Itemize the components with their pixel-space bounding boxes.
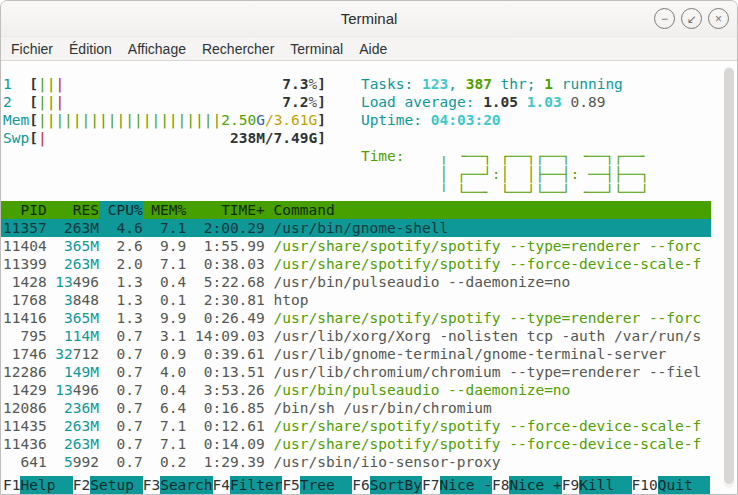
command-cell: /usr/share/spotify/spotify --force-devic… [274, 435, 711, 453]
fn-key-label: F3 [143, 476, 160, 494]
column-header-res[interactable]: RES [55, 201, 99, 219]
command-cell: /usr/sbin/iio-sensor-proxy [274, 453, 711, 471]
cell-gap [143, 273, 152, 291]
column-header-pid[interactable]: PID [3, 201, 47, 219]
info-segment: 1.05 [483, 94, 518, 110]
res-cell: 5992 [55, 453, 99, 471]
fn-quit[interactable]: F10Quit [632, 476, 711, 494]
terminal-content[interactable]: 1[|||7.3%]2[|||7.2%]Mem[||||||||||||||||… [1, 61, 737, 494]
fn-help[interactable]: F1Help [3, 476, 73, 494]
fn-tree[interactable]: F5Tree [282, 476, 352, 494]
process-row-12086[interactable]: 12086 236M 0.7 6.4 0:16.85 /bin/sh /usr/… [1, 399, 711, 417]
res-kilobytes: 712 [73, 346, 99, 362]
time-cell: 0:14.09 [195, 435, 265, 453]
fn-search[interactable]: F3Search [143, 476, 213, 494]
cell-gap [186, 363, 195, 381]
cell-gap [186, 399, 195, 417]
meter-bracket-close: ] [317, 75, 326, 93]
cell-gap [265, 327, 274, 345]
pid-cell: 641 [3, 453, 47, 471]
cell-gap [47, 417, 56, 435]
menu-item-rechercher[interactable]: Rechercher [194, 39, 282, 59]
menu-item-fichier[interactable]: Fichier [3, 39, 61, 59]
restore-icon: ↙ [686, 13, 696, 25]
meter-bracket-close: ] [317, 129, 326, 147]
fn-setup[interactable]: F2Setup [73, 476, 143, 494]
cell-gap [186, 255, 195, 273]
spacer-line [361, 129, 711, 147]
cell-gap [99, 273, 108, 291]
process-row-11435[interactable]: 11435 263M 0.7 7.1 0:12.61 /usr/share/sp… [1, 417, 711, 435]
header-gap [143, 201, 152, 219]
time-cell: 2:30.81 [195, 291, 265, 309]
fn-key-label: F1 [3, 476, 20, 494]
process-row-11357[interactable]: 11357 263M 4.6 7.1 2:00.29 /usr/bin/gnom… [1, 219, 711, 237]
info-segment: 123 [422, 76, 448, 92]
column-header-cpu[interactable]: CPU% [108, 201, 143, 219]
mem-cell: 0.9 [151, 345, 186, 363]
time-cell: 0:13.51 [195, 363, 265, 381]
meter-fill [64, 75, 282, 93]
column-header-mem[interactable]: MEM% [151, 201, 186, 219]
cpu-cell: 0.7 [108, 453, 143, 471]
process-row-12286[interactable]: 12286 149M 0.7 4.0 0:13.51 /usr/lib/chro… [1, 363, 711, 381]
fn-nice[interactable]: F7Nice - [422, 476, 492, 494]
cell-gap [47, 345, 56, 363]
time-cell: 1:29.39 [195, 453, 265, 471]
cell-gap [186, 273, 195, 291]
process-row-1768[interactable]: 1768 3848 1.3 0.1 2:30.81 htop [1, 291, 711, 309]
pid-cell: 12086 [3, 399, 47, 417]
cell-gap [143, 399, 152, 417]
process-row-641[interactable]: 641 5992 0.7 0.2 1:29.39 /usr/sbin/iio-s… [1, 453, 711, 471]
process-row-795[interactable]: 795 114M 0.7 3.1 14:09.03 /usr/lib/xorg/… [1, 327, 711, 345]
fn-kill[interactable]: F9Kill [562, 476, 632, 494]
process-row-1428[interactable]: 1428 13496 1.3 0.4 5:22.68 /usr/bin/puls… [1, 273, 711, 291]
process-row-1429[interactable]: 1429 13496 0.7 0.4 3:53.26 /usr/bin/puls… [1, 381, 711, 399]
column-header-cmd[interactable]: Command [274, 201, 711, 219]
close-button[interactable]: × [708, 8, 729, 29]
menu-item-affichage[interactable]: Affichage [120, 39, 194, 59]
pid-cell: 1429 [3, 381, 47, 399]
menu-item-dition[interactable]: Édition [61, 39, 120, 59]
cell-gap [143, 237, 152, 255]
cpu-cell: 0.7 [108, 399, 143, 417]
info-segment: 387 [466, 76, 492, 92]
cell-gap [143, 291, 152, 309]
cell-gap [47, 453, 56, 471]
fn-sortby[interactable]: F6SortBy [352, 476, 422, 494]
command-cell: /bin/sh /usr/bin/chromium [274, 399, 711, 417]
title-bar[interactable]: Terminal −↙× [1, 1, 737, 37]
cell-gap [47, 399, 56, 417]
pid-cell: 1746 [3, 345, 47, 363]
cpu-cell: 0.7 [108, 345, 143, 363]
cell-gap [99, 453, 108, 471]
fn-filter[interactable]: F4Filter [213, 476, 283, 494]
process-row-11399[interactable]: 11399 263M 2.0 7.1 0:38.03 /usr/share/sp… [1, 255, 711, 273]
meter-value: /3.61G [265, 111, 317, 129]
process-row-11416[interactable]: 11416 365M 1.3 9.9 0:26.49 /usr/share/sp… [1, 309, 711, 327]
res-megabytes: 263M [64, 256, 99, 272]
mem-cell: 6.4 [151, 399, 186, 417]
process-row-11436[interactable]: 11436 263M 0.7 7.1 0:14.09 /usr/share/sp… [1, 435, 711, 453]
cell-gap [265, 381, 274, 399]
meter-bracket-close: ] [317, 93, 326, 111]
fn-action-label: Help [20, 476, 72, 494]
pid-cell: 11399 [3, 255, 47, 273]
cell-gap [99, 291, 108, 309]
process-row-1746[interactable]: 1746 32712 0.7 0.9 0:39.61 /usr/lib/gnom… [1, 345, 711, 363]
info-segment: Uptime: [361, 112, 431, 128]
scrollbar-track[interactable] [724, 67, 734, 488]
process-row-11404[interactable]: 11404 365M 2.6 9.9 1:55.99 /usr/share/sp… [1, 237, 711, 255]
menu-item-aide[interactable]: Aide [351, 39, 395, 59]
menu-item-terminal[interactable]: Terminal [282, 39, 351, 59]
restore-button[interactable]: ↙ [681, 8, 702, 29]
scrollbar-thumb[interactable] [724, 68, 734, 484]
column-header-time[interactable]: TIME+ [195, 201, 265, 219]
info-segment: running [553, 76, 623, 92]
info-segment: Load average: [361, 94, 483, 110]
res-cell: 365M [55, 237, 99, 255]
minimize-button[interactable]: − [654, 8, 675, 29]
fn-action-label: Kill [579, 476, 631, 494]
fn-nice[interactable]: F8Nice + [492, 476, 562, 494]
meters-column: 1[|||7.3%]2[|||7.2%]Mem[||||||||||||||||… [3, 75, 326, 201]
